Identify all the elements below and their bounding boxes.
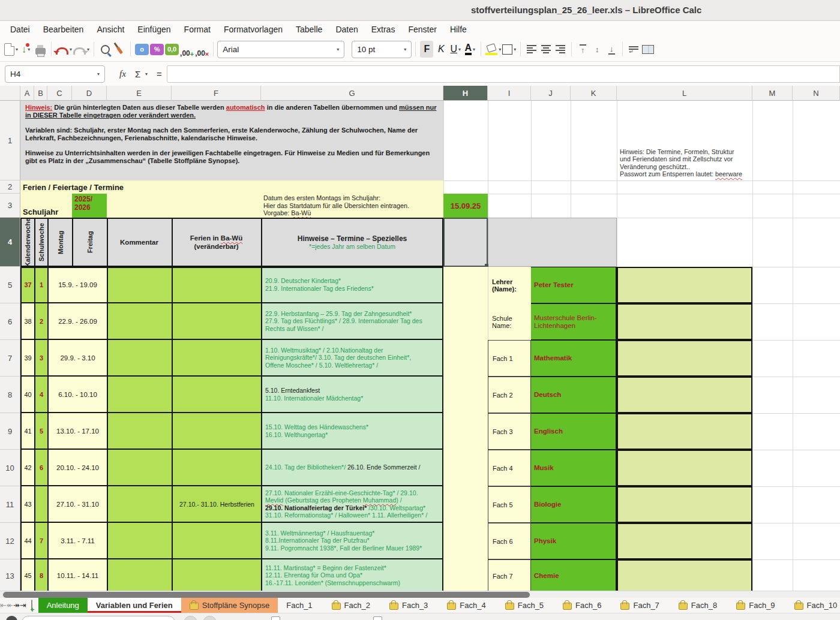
column-header-M[interactable]: M	[752, 86, 793, 101]
cell-F12[interactable]	[172, 523, 261, 559]
cell-F6[interactable]	[172, 303, 261, 340]
cell-E6[interactable]	[107, 303, 172, 340]
cell-B7[interactable]: 3	[34, 340, 47, 377]
align-top-button[interactable]: ↑	[576, 41, 589, 58]
scrollbar-thumb[interactable]	[3, 592, 530, 598]
cell-A2-title[interactable]: Ferien / Feiertage / Termine	[20, 180, 443, 194]
add-sheet-button[interactable]	[31, 600, 32, 611]
cell-I13[interactable]: Fach 7	[488, 559, 531, 592]
cell-E12[interactable]	[107, 523, 172, 559]
format-number-button[interactable]: 0,0	[165, 41, 179, 58]
row-header-4[interactable]: 4	[0, 218, 20, 267]
cell-L13[interactable]	[617, 559, 752, 592]
cell-A8[interactable]: 40	[20, 377, 34, 413]
cell-C7[interactable]: 29.9. - 3.10	[47, 340, 107, 377]
cell-A1-note[interactable]: Hinweis: Die grün hinterlegten Daten aus…	[20, 101, 443, 180]
cell-E9[interactable]	[107, 413, 172, 450]
column-header-I[interactable]: I	[488, 86, 531, 101]
cell-freitag-header[interactable]: Freitag	[72, 218, 107, 267]
cell-A10[interactable]: 42	[20, 450, 34, 486]
cell-E8[interactable]	[107, 377, 172, 413]
cell-F4-ferien-header[interactable]: Ferien in Ba-Wü(veränderbar)	[172, 218, 261, 267]
cell-G12[interactable]: 3.11. Weltmännertag* / Hausfrauentag*8.1…	[261, 523, 443, 559]
cell-A12[interactable]: 44	[20, 523, 34, 559]
cell-A6[interactable]: 38	[20, 303, 34, 340]
column-header-H[interactable]: H	[443, 86, 488, 101]
cell-F7[interactable]	[172, 340, 261, 377]
row-header-1[interactable]: 1	[0, 101, 20, 180]
sheet-tab-fach-4[interactable]: Fach_4	[439, 598, 494, 613]
save-button[interactable]: ↓▾	[19, 41, 32, 58]
sheet-tab-fach-2[interactable]: Fach_2	[323, 598, 379, 613]
add-decimal-button[interactable]: ,00+	[180, 41, 194, 58]
function-wizard-icon[interactable]: fx	[119, 69, 126, 79]
cell-J11[interactable]: Biologie	[531, 486, 617, 523]
cell-C5[interactable]: 15.9. - 19.09	[47, 267, 107, 303]
cell-L1-note[interactable]: Hinweis: Die Termine, Formeln, Strukturu…	[617, 101, 752, 180]
cell-B13[interactable]: 8	[34, 559, 47, 592]
cell-J8[interactable]: Deutsch	[531, 377, 617, 413]
close-icon[interactable]	[6, 616, 17, 620]
cell-I7[interactable]: Fach 1	[488, 340, 531, 377]
select-all-corner[interactable]	[0, 86, 20, 101]
new-document-button[interactable]: ▾	[4, 41, 18, 58]
previous-sheet-button[interactable]: ↞	[7, 598, 13, 613]
cell-C8[interactable]: 6.10. - 10.10	[47, 377, 107, 413]
row-header-12[interactable]: 12	[0, 523, 20, 559]
row-header-6[interactable]: 6	[0, 303, 20, 340]
center-vertically-button[interactable]: ↕	[590, 41, 604, 58]
cell-G4-hinweise-header[interactable]: Hinweise – Termine – Spezielles*=jedes J…	[261, 218, 443, 267]
menu-tabelle[interactable]: Tabelle	[289, 23, 329, 36]
cell-G7[interactable]: 1.10. Weltmusiktag* / 2.10.Nationaltag d…	[261, 340, 443, 377]
borders-button[interactable]: ▾	[502, 41, 516, 58]
cell-schulwoche-header[interactable]: Schulwoche	[34, 218, 47, 267]
cell-J13[interactable]: Chemie	[531, 559, 617, 592]
column-header-E[interactable]: E	[107, 86, 172, 101]
cell-A5[interactable]: 37	[20, 267, 34, 303]
sheet-tab-fach-9[interactable]: Fach_9	[728, 598, 783, 613]
cell-J6[interactable]: Musterschule Berlin-Lichtenhagen	[531, 303, 617, 340]
chevron-down-icon[interactable]: ▾	[145, 71, 148, 77]
find-option-checkbox[interactable]	[373, 616, 382, 620]
column-header-F[interactable]: F	[172, 86, 261, 101]
menu-format[interactable]: Format	[178, 23, 217, 36]
equals-icon[interactable]: =	[157, 69, 162, 79]
cell-G11[interactable]: 27.10. Nationaler Erzähl-eine-Geschichte…	[261, 486, 443, 523]
name-box[interactable]: H4 ▾	[5, 65, 105, 83]
row-header-8[interactable]: 8	[0, 377, 20, 413]
align-right-button[interactable]	[554, 41, 567, 58]
cell-A13[interactable]: 45	[20, 559, 34, 592]
cell-I6[interactable]: Schule Name:	[488, 303, 531, 340]
row-header-5[interactable]: 5	[0, 267, 20, 303]
print-button[interactable]	[34, 41, 47, 58]
cell-J10[interactable]: Musik	[531, 450, 617, 486]
menu-fenster[interactable]: Fenster	[401, 23, 443, 36]
column-header-K[interactable]: K	[571, 86, 617, 101]
cell-G13[interactable]: 11.11. Martinstag* = Beginn der Fastenze…	[261, 559, 443, 592]
sheet-tab-anleitung[interactable]: Anleitung	[38, 598, 88, 613]
row-header-7[interactable]: 7	[0, 340, 20, 377]
find-input[interactable]	[22, 616, 175, 620]
cell-F8[interactable]	[172, 377, 261, 413]
sheet-tab-fach-10[interactable]: Fach_10	[786, 598, 840, 613]
cell-I11[interactable]: Fach 5	[488, 486, 531, 523]
next-sheet-button[interactable]: ↠	[13, 598, 20, 613]
cell-L5[interactable]	[617, 267, 752, 303]
align-left-button[interactable]	[525, 41, 538, 58]
align-bottom-button[interactable]: ↓	[605, 41, 618, 58]
cell-G8[interactable]: 5.10. Erntedankfest11.10. Internationale…	[261, 377, 443, 413]
column-header-N[interactable]: N	[793, 86, 840, 101]
delete-decimal-button[interactable]: ,00×	[195, 41, 209, 58]
menu-bearbeiten[interactable]: Bearbeiten	[37, 23, 91, 36]
cell-C13[interactable]: 10.11. - 14.11	[47, 559, 107, 592]
cell-B5[interactable]: 1	[34, 267, 47, 303]
menu-datei[interactable]: Datei	[4, 23, 37, 36]
cell-F13[interactable]	[172, 559, 261, 592]
cell-B9[interactable]: 5	[34, 413, 47, 450]
cell-L6[interactable]	[617, 303, 752, 340]
menu-daten[interactable]: Daten	[329, 23, 364, 36]
sheet-tab-fach-5[interactable]: Fach_5	[497, 598, 552, 613]
menu-formatvorlagen[interactable]: Formatvorlagen	[217, 23, 289, 36]
font-size-combo[interactable]: 10 pt▾	[352, 41, 412, 58]
cell-G6[interactable]: 22.9. Herbstanfang – 25.9. Tag der Zahng…	[261, 303, 443, 340]
